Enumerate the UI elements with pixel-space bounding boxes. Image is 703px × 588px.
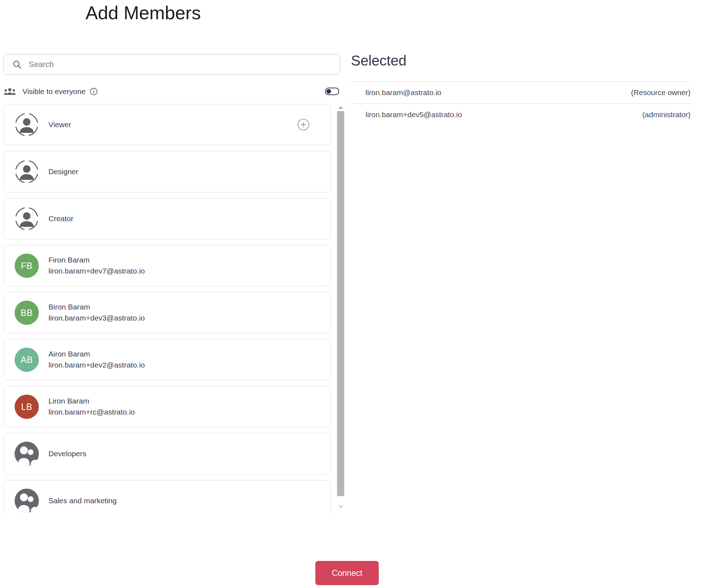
selected-role-label: (Resource owner) (631, 88, 691, 97)
selected-email: liron.baram+dev5@astrato.io (366, 110, 462, 119)
members-list-viewport: Viewer Designer (4, 103, 344, 514)
plus-circle-icon (298, 119, 309, 131)
member-name: Liron Baram (48, 396, 135, 406)
visibility-label: Visible to everyone (22, 87, 86, 96)
search-box (4, 54, 340, 75)
member-name: Firon Baram (48, 255, 145, 265)
selected-heading: Selected (351, 53, 407, 69)
member-name: Biron Baram (48, 302, 145, 312)
search-icon (12, 60, 22, 69)
list-item-group[interactable]: Developers (4, 433, 331, 474)
selected-row[interactable]: liron.baram@astrato.io (Resource owner) (351, 81, 691, 103)
member-name: Viewer (48, 119, 71, 130)
scroll-up-arrow[interactable] (338, 106, 343, 109)
search-input[interactable] (29, 60, 335, 69)
group-avatar-icon (15, 489, 39, 513)
info-icon[interactable] (90, 88, 98, 95)
selected-row[interactable]: liron.baram+dev5@astrato.io (administrat… (351, 103, 691, 125)
member-name: Creator (48, 213, 73, 224)
add-button[interactable] (298, 119, 309, 131)
user-avatar: FB (15, 254, 39, 278)
list-item-user[interactable]: FB Firon Baram liron.baram+dev7@astrato.… (4, 245, 331, 286)
selected-list: liron.baram@astrato.io (Resource owner) … (351, 81, 691, 125)
avatar-initials: AB (15, 348, 39, 372)
scroll-down-arrow[interactable] (338, 506, 343, 509)
member-name: Airon Baram (48, 349, 145, 359)
visibility-toggle[interactable] (325, 88, 339, 95)
avatar-initials: BB (15, 301, 39, 325)
list-item-role[interactable]: Designer (4, 151, 331, 192)
member-name: Sales and marketing (48, 495, 117, 506)
member-name: Developers (48, 448, 86, 459)
member-email: liron.baram+dev2@astrato.io (48, 359, 145, 371)
role-avatar-icon (15, 207, 39, 231)
connect-button[interactable]: Connect (315, 561, 379, 585)
visibility-row: Visible to everyone (4, 85, 342, 98)
people-group-icon (4, 87, 16, 96)
member-name: Designer (48, 166, 78, 177)
member-email: liron.baram+dev7@astrato.io (48, 265, 145, 277)
list-item-user[interactable]: LB Liron Baram liron.baram+rc@astrato.io (4, 386, 331, 427)
scrollbar (337, 103, 344, 514)
add-members-dialog: Add Members Visible to everyone (0, 0, 703, 588)
member-email: liron.baram+dev3@astrato.io (48, 312, 145, 324)
list-item-group[interactable]: Sales and marketing (4, 480, 331, 514)
selected-role-label: (administrator) (642, 110, 691, 119)
user-avatar: BB (15, 301, 39, 325)
page-title: Add Members (86, 2, 201, 24)
selected-email: liron.baram@astrato.io (366, 88, 441, 97)
user-avatar: AB (15, 348, 39, 372)
group-avatar-icon (15, 442, 39, 466)
role-avatar-icon (15, 113, 39, 137)
list-item-role[interactable]: Creator (4, 198, 331, 239)
list-item-user[interactable]: AB Airon Baram liron.baram+dev2@astrato.… (4, 339, 331, 380)
list-item-role[interactable]: Viewer (4, 104, 331, 145)
avatar-initials: FB (15, 254, 39, 278)
avatar-initials: LB (15, 395, 39, 419)
user-avatar: LB (15, 395, 39, 419)
list-item-user[interactable]: BB Biron Baram liron.baram+dev3@astrato.… (4, 292, 331, 333)
toggle-knob (326, 89, 331, 94)
scrollbar-thumb[interactable] (337, 111, 344, 496)
member-email: liron.baram+rc@astrato.io (48, 406, 135, 418)
role-avatar-icon (15, 160, 39, 184)
